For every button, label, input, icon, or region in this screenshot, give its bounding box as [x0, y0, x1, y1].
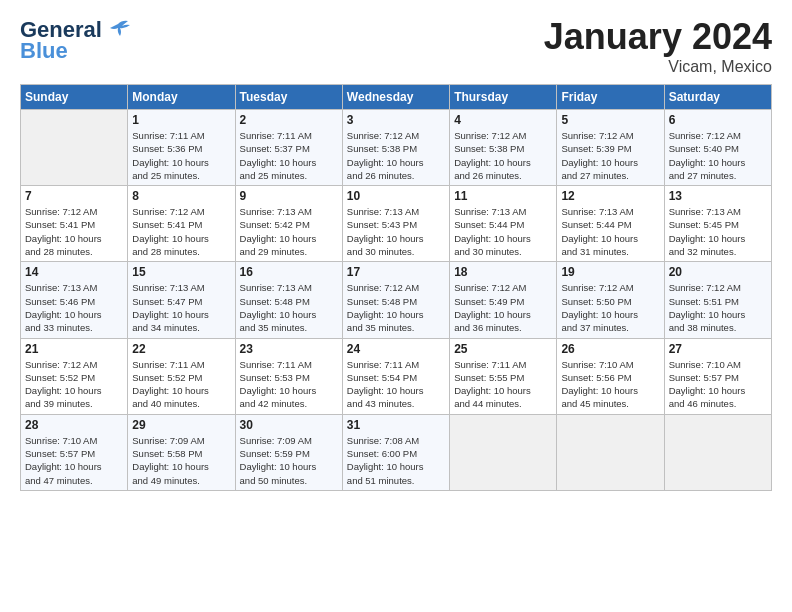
day-number: 20	[669, 265, 767, 279]
calendar-cell: 16Sunrise: 7:13 AMSunset: 5:48 PMDayligh…	[235, 262, 342, 338]
day-number: 25	[454, 342, 552, 356]
day-info: Sunrise: 7:11 AMSunset: 5:55 PMDaylight:…	[454, 358, 552, 411]
day-info: Sunrise: 7:13 AMSunset: 5:47 PMDaylight:…	[132, 281, 230, 334]
calendar-title: January 2024	[544, 16, 772, 58]
day-number: 26	[561, 342, 659, 356]
calendar-cell	[557, 414, 664, 490]
calendar-cell: 20Sunrise: 7:12 AMSunset: 5:51 PMDayligh…	[664, 262, 771, 338]
day-number: 22	[132, 342, 230, 356]
day-info: Sunrise: 7:09 AMSunset: 5:58 PMDaylight:…	[132, 434, 230, 487]
day-number: 18	[454, 265, 552, 279]
calendar-cell: 18Sunrise: 7:12 AMSunset: 5:49 PMDayligh…	[450, 262, 557, 338]
calendar-cell: 7Sunrise: 7:12 AMSunset: 5:41 PMDaylight…	[21, 186, 128, 262]
calendar-cell	[664, 414, 771, 490]
calendar-cell: 23Sunrise: 7:11 AMSunset: 5:53 PMDayligh…	[235, 338, 342, 414]
page: General Blue January 2024 Vicam, Mexico …	[0, 0, 792, 612]
calendar-week-3: 14Sunrise: 7:13 AMSunset: 5:46 PMDayligh…	[21, 262, 772, 338]
day-number: 23	[240, 342, 338, 356]
calendar-cell: 6Sunrise: 7:12 AMSunset: 5:40 PMDaylight…	[664, 110, 771, 186]
logo: General Blue	[20, 16, 132, 64]
day-info: Sunrise: 7:11 AMSunset: 5:52 PMDaylight:…	[132, 358, 230, 411]
day-number: 27	[669, 342, 767, 356]
calendar-cell: 30Sunrise: 7:09 AMSunset: 5:59 PMDayligh…	[235, 414, 342, 490]
calendar-cell: 24Sunrise: 7:11 AMSunset: 5:54 PMDayligh…	[342, 338, 449, 414]
day-number: 10	[347, 189, 445, 203]
col-thursday: Thursday	[450, 85, 557, 110]
day-number: 28	[25, 418, 123, 432]
day-number: 6	[669, 113, 767, 127]
day-info: Sunrise: 7:12 AMSunset: 5:40 PMDaylight:…	[669, 129, 767, 182]
day-info: Sunrise: 7:12 AMSunset: 5:50 PMDaylight:…	[561, 281, 659, 334]
day-info: Sunrise: 7:13 AMSunset: 5:44 PMDaylight:…	[561, 205, 659, 258]
calendar-cell: 3Sunrise: 7:12 AMSunset: 5:38 PMDaylight…	[342, 110, 449, 186]
day-info: Sunrise: 7:13 AMSunset: 5:44 PMDaylight:…	[454, 205, 552, 258]
calendar-week-5: 28Sunrise: 7:10 AMSunset: 5:57 PMDayligh…	[21, 414, 772, 490]
calendar-cell: 29Sunrise: 7:09 AMSunset: 5:58 PMDayligh…	[128, 414, 235, 490]
day-number: 4	[454, 113, 552, 127]
day-info: Sunrise: 7:13 AMSunset: 5:48 PMDaylight:…	[240, 281, 338, 334]
day-info: Sunrise: 7:13 AMSunset: 5:46 PMDaylight:…	[25, 281, 123, 334]
calendar-cell: 31Sunrise: 7:08 AMSunset: 6:00 PMDayligh…	[342, 414, 449, 490]
day-info: Sunrise: 7:12 AMSunset: 5:49 PMDaylight:…	[454, 281, 552, 334]
calendar-cell: 21Sunrise: 7:12 AMSunset: 5:52 PMDayligh…	[21, 338, 128, 414]
calendar-cell: 27Sunrise: 7:10 AMSunset: 5:57 PMDayligh…	[664, 338, 771, 414]
day-number: 29	[132, 418, 230, 432]
calendar-cell: 13Sunrise: 7:13 AMSunset: 5:45 PMDayligh…	[664, 186, 771, 262]
day-number: 5	[561, 113, 659, 127]
day-number: 1	[132, 113, 230, 127]
calendar-week-2: 7Sunrise: 7:12 AMSunset: 5:41 PMDaylight…	[21, 186, 772, 262]
calendar-subtitle: Vicam, Mexico	[544, 58, 772, 76]
calendar-cell	[21, 110, 128, 186]
day-info: Sunrise: 7:13 AMSunset: 5:45 PMDaylight:…	[669, 205, 767, 258]
day-number: 31	[347, 418, 445, 432]
day-info: Sunrise: 7:12 AMSunset: 5:41 PMDaylight:…	[132, 205, 230, 258]
day-number: 21	[25, 342, 123, 356]
day-info: Sunrise: 7:10 AMSunset: 5:57 PMDaylight:…	[669, 358, 767, 411]
day-number: 14	[25, 265, 123, 279]
calendar-cell: 11Sunrise: 7:13 AMSunset: 5:44 PMDayligh…	[450, 186, 557, 262]
logo-blue: Blue	[20, 38, 68, 64]
calendar-week-4: 21Sunrise: 7:12 AMSunset: 5:52 PMDayligh…	[21, 338, 772, 414]
day-number: 13	[669, 189, 767, 203]
calendar-cell: 5Sunrise: 7:12 AMSunset: 5:39 PMDaylight…	[557, 110, 664, 186]
calendar-cell: 9Sunrise: 7:13 AMSunset: 5:42 PMDaylight…	[235, 186, 342, 262]
day-number: 11	[454, 189, 552, 203]
day-number: 17	[347, 265, 445, 279]
day-info: Sunrise: 7:11 AMSunset: 5:53 PMDaylight:…	[240, 358, 338, 411]
header: General Blue January 2024 Vicam, Mexico	[20, 16, 772, 76]
day-info: Sunrise: 7:12 AMSunset: 5:38 PMDaylight:…	[347, 129, 445, 182]
day-number: 7	[25, 189, 123, 203]
day-info: Sunrise: 7:12 AMSunset: 5:48 PMDaylight:…	[347, 281, 445, 334]
header-row: Sunday Monday Tuesday Wednesday Thursday…	[21, 85, 772, 110]
day-number: 3	[347, 113, 445, 127]
day-number: 8	[132, 189, 230, 203]
calendar-cell: 19Sunrise: 7:12 AMSunset: 5:50 PMDayligh…	[557, 262, 664, 338]
day-info: Sunrise: 7:12 AMSunset: 5:52 PMDaylight:…	[25, 358, 123, 411]
day-info: Sunrise: 7:11 AMSunset: 5:54 PMDaylight:…	[347, 358, 445, 411]
calendar-cell: 2Sunrise: 7:11 AMSunset: 5:37 PMDaylight…	[235, 110, 342, 186]
day-info: Sunrise: 7:09 AMSunset: 5:59 PMDaylight:…	[240, 434, 338, 487]
calendar-cell: 25Sunrise: 7:11 AMSunset: 5:55 PMDayligh…	[450, 338, 557, 414]
calendar-cell: 22Sunrise: 7:11 AMSunset: 5:52 PMDayligh…	[128, 338, 235, 414]
day-number: 16	[240, 265, 338, 279]
day-number: 30	[240, 418, 338, 432]
day-info: Sunrise: 7:10 AMSunset: 5:56 PMDaylight:…	[561, 358, 659, 411]
day-info: Sunrise: 7:11 AMSunset: 5:36 PMDaylight:…	[132, 129, 230, 182]
calendar-cell: 12Sunrise: 7:13 AMSunset: 5:44 PMDayligh…	[557, 186, 664, 262]
calendar-cell: 14Sunrise: 7:13 AMSunset: 5:46 PMDayligh…	[21, 262, 128, 338]
day-number: 2	[240, 113, 338, 127]
day-info: Sunrise: 7:11 AMSunset: 5:37 PMDaylight:…	[240, 129, 338, 182]
calendar-cell: 8Sunrise: 7:12 AMSunset: 5:41 PMDaylight…	[128, 186, 235, 262]
title-block: January 2024 Vicam, Mexico	[544, 16, 772, 76]
day-info: Sunrise: 7:12 AMSunset: 5:41 PMDaylight:…	[25, 205, 123, 258]
day-info: Sunrise: 7:10 AMSunset: 5:57 PMDaylight:…	[25, 434, 123, 487]
day-info: Sunrise: 7:12 AMSunset: 5:51 PMDaylight:…	[669, 281, 767, 334]
day-number: 19	[561, 265, 659, 279]
day-number: 15	[132, 265, 230, 279]
calendar-cell	[450, 414, 557, 490]
calendar-cell: 10Sunrise: 7:13 AMSunset: 5:43 PMDayligh…	[342, 186, 449, 262]
calendar-cell: 15Sunrise: 7:13 AMSunset: 5:47 PMDayligh…	[128, 262, 235, 338]
calendar-cell: 17Sunrise: 7:12 AMSunset: 5:48 PMDayligh…	[342, 262, 449, 338]
day-info: Sunrise: 7:12 AMSunset: 5:39 PMDaylight:…	[561, 129, 659, 182]
day-info: Sunrise: 7:12 AMSunset: 5:38 PMDaylight:…	[454, 129, 552, 182]
